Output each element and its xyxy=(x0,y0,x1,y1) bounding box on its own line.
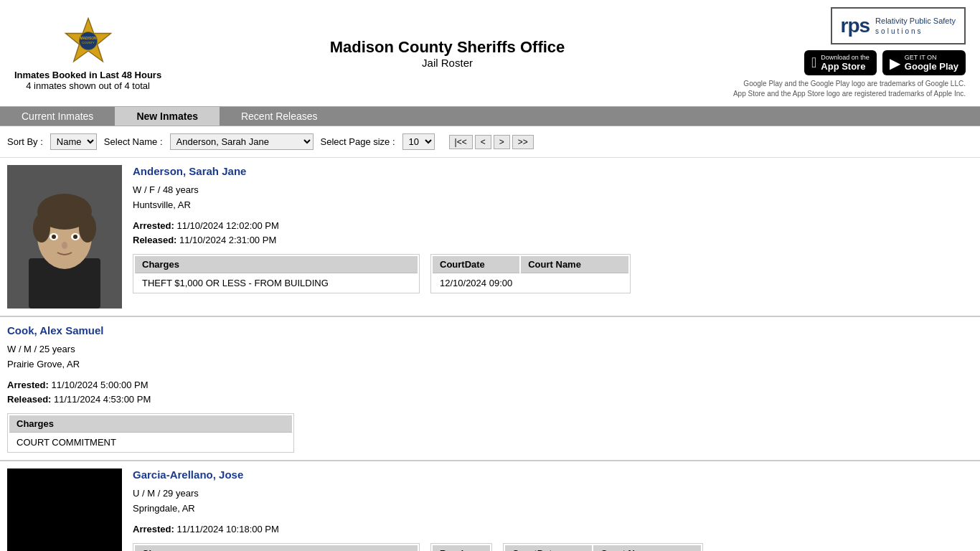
app-store-buttons:  Download on the App Store ▶ GET IT ON … xyxy=(804,50,966,75)
svg-text:COUNTY: COUNTY xyxy=(82,41,95,44)
inmate-dates: Arrested: 11/10/2024 12:02:00 PM Release… xyxy=(133,219,973,249)
apple-app-store-button[interactable]:  Download on the App Store xyxy=(804,50,877,75)
court-table: CourtDate Court Name 12/10/2024 09:00 xyxy=(503,543,703,551)
page-size-select[interactable]: 10 xyxy=(402,133,435,150)
inmate-photo-anderson xyxy=(7,165,122,309)
download-on-label: Download on the xyxy=(821,54,870,61)
bond-header: Bond xyxy=(433,545,490,551)
rps-tagline: Relativity Public Safety solutions xyxy=(875,16,956,35)
inmate-record: Photo NotAvailable Garcia-Arellano, Jose… xyxy=(0,461,980,551)
page-title: Madison County Sheriffs Office xyxy=(161,38,733,57)
name-select[interactable]: Anderson, Sarah Jane xyxy=(170,133,314,150)
bond-table: Bond $925.00 xyxy=(430,543,492,551)
charges-table: Charges COURT COMMITMENT xyxy=(7,413,294,453)
photo-not-available: Photo NotAvailable xyxy=(7,468,122,551)
header-center: Madison County Sheriffs Office Jail Rost… xyxy=(161,38,733,69)
charges-header: Charges xyxy=(9,415,292,433)
first-page-button[interactable]: |<< xyxy=(449,135,473,149)
sort-by-select[interactable]: Name xyxy=(50,133,97,150)
svg-point-14 xyxy=(73,235,77,239)
arrested-label: Arrested: xyxy=(133,220,174,231)
sort-by-label: Sort By : xyxy=(7,136,43,147)
tab-current-inmates[interactable]: Current Inmates xyxy=(0,107,115,126)
page-size-label: Select Page size : xyxy=(321,136,395,147)
svg-point-9 xyxy=(33,214,50,242)
table-row: 12/10/2024 09:00 xyxy=(433,275,628,291)
get-it-on-label: GET IT ON xyxy=(905,54,958,61)
header-right: rps Relativity Public Safety solutions … xyxy=(733,7,966,99)
tab-recent-releases[interactable]: Recent Releases xyxy=(220,107,339,126)
rps-brand-text: rps xyxy=(841,14,870,37)
pagination-controls: |<< < > >> xyxy=(449,135,534,149)
google-play-label: Google Play xyxy=(905,61,958,72)
svg-point-15 xyxy=(62,242,67,249)
last-page-button[interactable]: >> xyxy=(512,135,534,149)
inmate-record: Anderson, Sarah Jane W / F / 48 years Hu… xyxy=(0,158,980,317)
charges-bond-court-section: Charges NO D.L. PUBLIC INTOXICATION / DR… xyxy=(133,543,973,551)
court-date-header: CourtDate xyxy=(505,545,592,551)
arrested-label: Arrested: xyxy=(133,524,174,534)
court-table: CourtDate Court Name 12/10/2024 09:00 xyxy=(430,254,631,293)
inmate-record: Cook, Alex Samuel W / M / 25 years Prair… xyxy=(0,317,980,461)
select-name-label: Select Name : xyxy=(104,136,163,147)
inmate-name: Anderson, Sarah Jane xyxy=(133,165,973,177)
navigation-tabs: Current Inmates New Inmates Recent Relea… xyxy=(0,106,980,126)
prev-page-button[interactable]: < xyxy=(475,135,491,149)
svg-text:MADISON: MADISON xyxy=(80,36,97,39)
apple-icon:  xyxy=(811,55,816,71)
charges-table: Charges THEFT $1,000 OR LESS - FROM BUIL… xyxy=(133,254,420,293)
header-left: MADISON COUNTY Inmates Booked in Last 48… xyxy=(14,16,161,91)
charges-header: Charges xyxy=(135,545,418,551)
inmate-details-garcia: Garcia-Arellano, Jose U / M / 29 years S… xyxy=(133,468,973,551)
released-label: Released: xyxy=(133,235,176,245)
rps-logo: rps Relativity Public Safety solutions xyxy=(831,7,966,44)
charges-court-section: Charges THEFT $1,000 OR LESS - FROM BUIL… xyxy=(133,254,973,293)
svg-point-13 xyxy=(52,235,56,239)
court-name-header: Court Name xyxy=(593,545,701,551)
charges-table: Charges NO D.L. PUBLIC INTOXICATION / DR… xyxy=(133,543,420,551)
inmate-demographics: W / F / 48 years Huntsville, AR xyxy=(133,183,973,213)
inmate-details-anderson: Anderson, Sarah Jane W / F / 48 years Hu… xyxy=(133,165,973,309)
court-date-header: CourtDate xyxy=(433,256,519,273)
app-disclaimer: Google Play and the Google Play logo are… xyxy=(733,79,966,99)
inmate-name: Garcia-Arellano, Jose xyxy=(133,468,973,481)
inmate-dates: Arrested: 11/10/2024 5:00:00 PM Released… xyxy=(7,378,973,408)
inmate-dates: Arrested: 11/11/2024 10:18:00 PM xyxy=(133,522,973,537)
court-name-header: Court Name xyxy=(521,256,628,273)
inmate-name: Cook, Alex Samuel xyxy=(7,324,973,336)
inmate-demographics: U / M / 29 years Springdale, AR xyxy=(133,486,973,517)
released-label: Released: xyxy=(7,394,51,405)
page-header: MADISON COUNTY Inmates Booked in Last 48… xyxy=(0,0,980,106)
charges-header: Charges xyxy=(135,256,418,273)
google-play-icon: ▶ xyxy=(890,55,900,72)
controls-bar: Sort By : Name Select Name : Anderson, S… xyxy=(0,126,980,158)
arrested-label: Arrested: xyxy=(7,380,49,390)
app-store-label: App Store xyxy=(821,61,870,72)
inmate-demographics: W / M / 25 years Prairie Grove, AR xyxy=(7,342,973,372)
sheriff-star-icon: MADISON COUNTY xyxy=(63,16,113,66)
page-subtitle: Jail Roster xyxy=(161,57,733,69)
google-play-button[interactable]: ▶ GET IT ON Google Play xyxy=(882,50,966,75)
table-row: COURT COMMITMENT xyxy=(9,434,292,451)
next-page-button[interactable]: > xyxy=(494,135,510,149)
svg-point-10 xyxy=(79,214,96,242)
table-row: THEFT $1,000 OR LESS - FROM BUILDING xyxy=(135,275,418,291)
inmates-summary: Inmates Booked in Last 48 Hours 4 inmate… xyxy=(14,70,161,91)
tab-new-inmates[interactable]: New Inmates xyxy=(115,107,220,126)
